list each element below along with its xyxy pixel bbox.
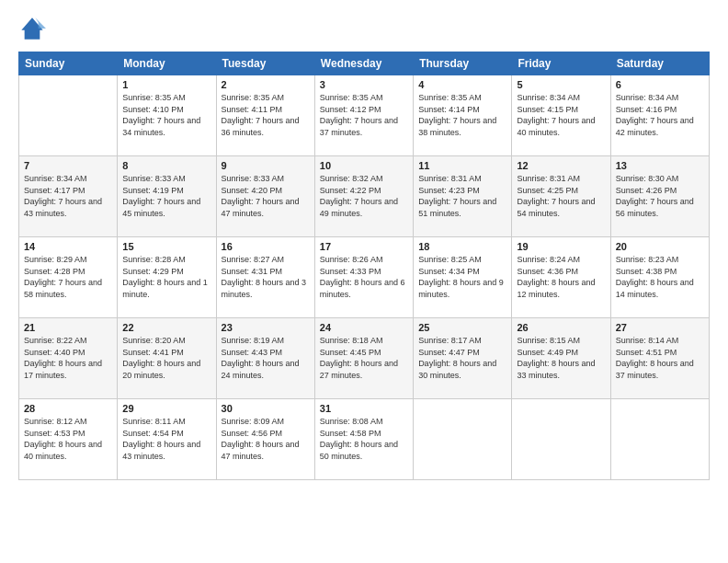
weekday-header-thursday: Thursday bbox=[414, 52, 512, 75]
weekday-header-monday: Monday bbox=[118, 52, 216, 75]
calendar-week-4: 21Sunrise: 8:22 AMSunset: 4:40 PMDayligh… bbox=[19, 318, 710, 399]
calendar-cell: 15Sunrise: 8:28 AMSunset: 4:29 PMDayligh… bbox=[118, 237, 216, 318]
calendar-cell: 14Sunrise: 8:29 AMSunset: 4:28 PMDayligh… bbox=[19, 237, 118, 318]
day-info: Sunrise: 8:31 AMSunset: 4:23 PMDaylight:… bbox=[418, 173, 506, 219]
day-info: Sunrise: 8:35 AMSunset: 4:11 PMDaylight:… bbox=[222, 92, 310, 138]
calendar-cell: 1Sunrise: 8:35 AMSunset: 4:10 PMDaylight… bbox=[118, 75, 216, 156]
day-info: Sunrise: 8:20 AMSunset: 4:41 PMDaylight:… bbox=[122, 335, 210, 381]
calendar-cell: 12Sunrise: 8:31 AMSunset: 4:25 PMDayligh… bbox=[512, 156, 610, 237]
day-info: Sunrise: 8:22 AMSunset: 4:40 PMDaylight:… bbox=[24, 335, 112, 381]
day-number: 15 bbox=[122, 241, 210, 252]
calendar-table: SundayMondayTuesdayWednesdayThursdayFrid… bbox=[18, 52, 710, 480]
day-info: Sunrise: 8:30 AMSunset: 4:26 PMDaylight:… bbox=[616, 173, 704, 219]
day-number: 3 bbox=[320, 79, 408, 90]
day-info: Sunrise: 8:31 AMSunset: 4:25 PMDaylight:… bbox=[517, 173, 605, 219]
day-number: 18 bbox=[418, 241, 506, 252]
day-info: Sunrise: 8:15 AMSunset: 4:49 PMDaylight:… bbox=[517, 335, 605, 381]
day-info: Sunrise: 8:32 AMSunset: 4:22 PMDaylight:… bbox=[320, 173, 408, 219]
day-info: Sunrise: 8:17 AMSunset: 4:47 PMDaylight:… bbox=[418, 335, 506, 381]
day-info: Sunrise: 8:27 AMSunset: 4:31 PMDaylight:… bbox=[222, 254, 310, 300]
calendar-cell: 4Sunrise: 8:35 AMSunset: 4:14 PMDaylight… bbox=[414, 75, 512, 156]
calendar-cell: 9Sunrise: 8:33 AMSunset: 4:20 PMDaylight… bbox=[216, 156, 314, 237]
day-info: Sunrise: 8:26 AMSunset: 4:33 PMDaylight:… bbox=[320, 254, 408, 300]
day-info: Sunrise: 8:28 AMSunset: 4:29 PMDaylight:… bbox=[122, 254, 210, 300]
day-number: 5 bbox=[517, 79, 605, 90]
day-number: 1 bbox=[122, 79, 210, 90]
day-info: Sunrise: 8:34 AMSunset: 4:16 PMDaylight:… bbox=[616, 92, 704, 138]
calendar-header: SundayMondayTuesdayWednesdayThursdayFrid… bbox=[19, 52, 710, 75]
calendar-week-2: 7Sunrise: 8:34 AMSunset: 4:17 PMDaylight… bbox=[19, 156, 710, 237]
day-number: 20 bbox=[616, 241, 704, 252]
calendar-cell: 16Sunrise: 8:27 AMSunset: 4:31 PMDayligh… bbox=[216, 237, 314, 318]
day-number: 24 bbox=[320, 322, 408, 333]
day-info: Sunrise: 8:14 AMSunset: 4:51 PMDaylight:… bbox=[616, 335, 704, 381]
day-info: Sunrise: 8:19 AMSunset: 4:43 PMDaylight:… bbox=[222, 335, 310, 381]
logo-icon bbox=[18, 15, 46, 42]
day-info: Sunrise: 8:34 AMSunset: 4:17 PMDaylight:… bbox=[24, 173, 112, 219]
calendar-cell bbox=[610, 399, 709, 480]
day-number: 12 bbox=[517, 160, 605, 171]
day-number: 26 bbox=[517, 322, 605, 333]
calendar-cell: 29Sunrise: 8:11 AMSunset: 4:54 PMDayligh… bbox=[118, 399, 216, 480]
day-number: 13 bbox=[616, 160, 704, 171]
day-info: Sunrise: 8:35 AMSunset: 4:12 PMDaylight:… bbox=[320, 92, 408, 138]
weekday-header-saturday: Saturday bbox=[610, 52, 709, 75]
day-info: Sunrise: 8:33 AMSunset: 4:19 PMDaylight:… bbox=[122, 173, 210, 219]
page: SundayMondayTuesdayWednesdayThursdayFrid… bbox=[0, 0, 728, 563]
calendar-week-5: 28Sunrise: 8:12 AMSunset: 4:53 PMDayligh… bbox=[19, 399, 710, 480]
calendar-cell: 21Sunrise: 8:22 AMSunset: 4:40 PMDayligh… bbox=[19, 318, 118, 399]
day-number: 4 bbox=[418, 79, 506, 90]
calendar-week-1: 1Sunrise: 8:35 AMSunset: 4:10 PMDaylight… bbox=[19, 75, 710, 156]
day-info: Sunrise: 8:35 AMSunset: 4:14 PMDaylight:… bbox=[418, 92, 506, 138]
calendar-cell: 10Sunrise: 8:32 AMSunset: 4:22 PMDayligh… bbox=[314, 156, 413, 237]
day-info: Sunrise: 8:35 AMSunset: 4:10 PMDaylight:… bbox=[122, 92, 210, 138]
calendar-cell: 24Sunrise: 8:18 AMSunset: 4:45 PMDayligh… bbox=[314, 318, 413, 399]
calendar-cell: 18Sunrise: 8:25 AMSunset: 4:34 PMDayligh… bbox=[414, 237, 512, 318]
day-number: 19 bbox=[517, 241, 605, 252]
calendar-week-3: 14Sunrise: 8:29 AMSunset: 4:28 PMDayligh… bbox=[19, 237, 710, 318]
calendar-cell: 2Sunrise: 8:35 AMSunset: 4:11 PMDaylight… bbox=[216, 75, 314, 156]
day-info: Sunrise: 8:33 AMSunset: 4:20 PMDaylight:… bbox=[222, 173, 310, 219]
day-info: Sunrise: 8:24 AMSunset: 4:36 PMDaylight:… bbox=[517, 254, 605, 300]
day-number: 22 bbox=[122, 322, 210, 333]
calendar-cell: 8Sunrise: 8:33 AMSunset: 4:19 PMDaylight… bbox=[118, 156, 216, 237]
day-info: Sunrise: 8:34 AMSunset: 4:15 PMDaylight:… bbox=[517, 92, 605, 138]
calendar-cell: 26Sunrise: 8:15 AMSunset: 4:49 PMDayligh… bbox=[512, 318, 610, 399]
day-number: 30 bbox=[222, 403, 310, 414]
calendar-cell: 25Sunrise: 8:17 AMSunset: 4:47 PMDayligh… bbox=[414, 318, 512, 399]
day-info: Sunrise: 8:12 AMSunset: 4:53 PMDaylight:… bbox=[24, 416, 112, 462]
day-number: 2 bbox=[222, 79, 310, 90]
day-info: Sunrise: 8:29 AMSunset: 4:28 PMDaylight:… bbox=[24, 254, 112, 300]
calendar-cell: 30Sunrise: 8:09 AMSunset: 4:56 PMDayligh… bbox=[216, 399, 314, 480]
weekday-row: SundayMondayTuesdayWednesdayThursdayFrid… bbox=[19, 52, 710, 75]
day-number: 29 bbox=[122, 403, 210, 414]
day-info: Sunrise: 8:09 AMSunset: 4:56 PMDaylight:… bbox=[222, 416, 310, 462]
day-number: 6 bbox=[616, 79, 704, 90]
day-number: 11 bbox=[418, 160, 506, 171]
day-info: Sunrise: 8:25 AMSunset: 4:34 PMDaylight:… bbox=[418, 254, 506, 300]
calendar-cell: 13Sunrise: 8:30 AMSunset: 4:26 PMDayligh… bbox=[610, 156, 709, 237]
calendar-cell: 3Sunrise: 8:35 AMSunset: 4:12 PMDaylight… bbox=[314, 75, 413, 156]
calendar-cell: 27Sunrise: 8:14 AMSunset: 4:51 PMDayligh… bbox=[610, 318, 709, 399]
calendar-cell: 31Sunrise: 8:08 AMSunset: 4:58 PMDayligh… bbox=[314, 399, 413, 480]
day-number: 28 bbox=[24, 403, 112, 414]
calendar-cell: 17Sunrise: 8:26 AMSunset: 4:33 PMDayligh… bbox=[314, 237, 413, 318]
weekday-header-wednesday: Wednesday bbox=[314, 52, 413, 75]
header bbox=[18, 15, 710, 42]
day-info: Sunrise: 8:11 AMSunset: 4:54 PMDaylight:… bbox=[122, 416, 210, 462]
day-number: 9 bbox=[222, 160, 310, 171]
day-number: 10 bbox=[320, 160, 408, 171]
day-number: 14 bbox=[24, 241, 112, 252]
day-number: 31 bbox=[320, 403, 408, 414]
calendar-cell: 19Sunrise: 8:24 AMSunset: 4:36 PMDayligh… bbox=[512, 237, 610, 318]
day-number: 23 bbox=[222, 322, 310, 333]
day-info: Sunrise: 8:23 AMSunset: 4:38 PMDaylight:… bbox=[616, 254, 704, 300]
calendar-cell bbox=[414, 399, 512, 480]
day-info: Sunrise: 8:18 AMSunset: 4:45 PMDaylight:… bbox=[320, 335, 408, 381]
day-number: 7 bbox=[24, 160, 112, 171]
calendar-cell: 5Sunrise: 8:34 AMSunset: 4:15 PMDaylight… bbox=[512, 75, 610, 156]
calendar-body: 1Sunrise: 8:35 AMSunset: 4:10 PMDaylight… bbox=[19, 75, 710, 480]
day-number: 8 bbox=[122, 160, 210, 171]
day-number: 17 bbox=[320, 241, 408, 252]
weekday-header-tuesday: Tuesday bbox=[216, 52, 314, 75]
